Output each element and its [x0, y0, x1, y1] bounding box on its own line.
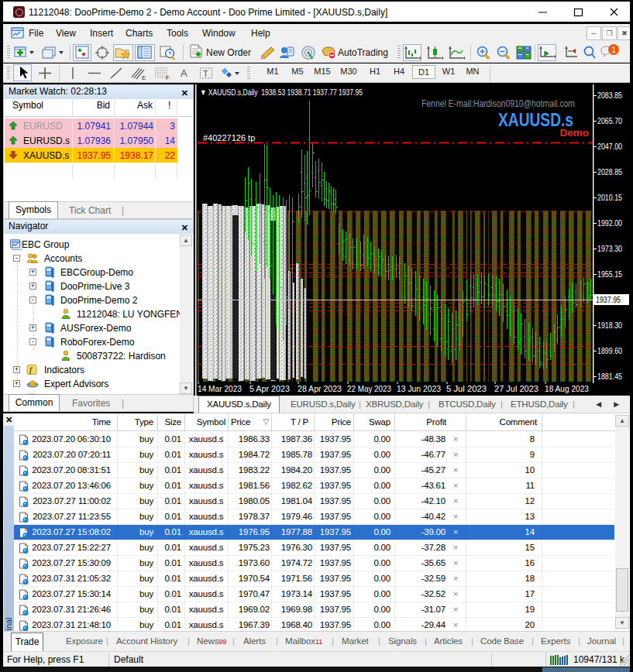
svg-text:▼ XAUUSD.s,Daily 1938.53 1938: ▼ XAUUSD.s,Daily 1938.53 1938.71 1937.77… — [200, 87, 363, 97]
svg-text:1899.60: 1899.60 — [597, 346, 622, 355]
svg-text:Fennel E-mail:Hardison0910@hot: Fennel E-mail:Hardison0910@hotmail.com — [421, 98, 575, 109]
svg-text:22 May 2023: 22 May 2023 — [347, 384, 391, 393]
svg-text:2065.70: 2065.70 — [597, 116, 622, 125]
svg-text:A: A — [181, 67, 187, 79]
svg-text:2028.85: 2028.85 — [597, 167, 622, 177]
svg-text:13 Jun 2023: 13 Jun 2023 — [397, 384, 441, 393]
svg-text:28 Apr 2023: 28 Apr 2023 — [298, 384, 342, 393]
svg-text:14 Mar 2023: 14 Mar 2023 — [198, 384, 242, 393]
svg-text:T: T — [203, 69, 208, 78]
svg-text:1: 1 — [611, 46, 616, 54]
svg-text:E: E — [142, 74, 146, 81]
svg-text:1955.15: 1955.15 — [597, 269, 622, 279]
svg-text:F: F — [166, 74, 170, 81]
svg-text:1992.00: 1992.00 — [597, 218, 622, 228]
svg-text:2010.15: 2010.15 — [597, 193, 622, 202]
svg-text:#40227126 tp: #40227126 tp — [203, 133, 255, 142]
svg-text:1937.95: 1937.95 — [596, 295, 621, 304]
svg-text:2047.00: 2047.00 — [597, 142, 622, 151]
svg-text:5 Apr 2023: 5 Apr 2023 — [249, 384, 290, 393]
svg-text:27 Jul 2023: 27 Jul 2023 — [494, 384, 538, 393]
svg-text:1918.30: 1918.30 — [597, 321, 622, 330]
svg-text:1881.45: 1881.45 — [597, 372, 622, 381]
svg-text:1973.30: 1973.30 — [597, 244, 622, 253]
svg-text:2083.85: 2083.85 — [597, 91, 622, 100]
svg-text:18 Aug 2023: 18 Aug 2023 — [545, 384, 589, 393]
svg-text:Demo: Demo — [559, 127, 589, 139]
svg-text:5 Jul 2023: 5 Jul 2023 — [446, 384, 487, 393]
